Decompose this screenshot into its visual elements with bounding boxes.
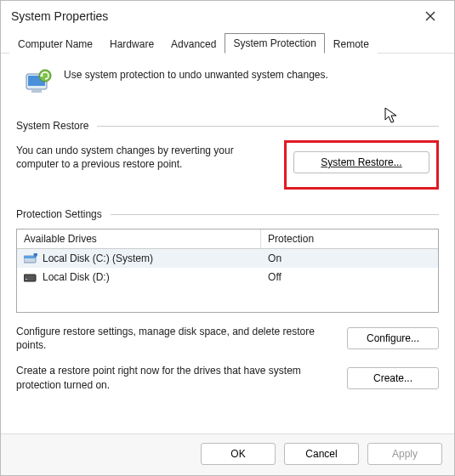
configure-description: Configure restore settings, manage disk … (16, 325, 333, 352)
tab-hardware[interactable]: Hardware (101, 34, 162, 54)
configure-row: Configure restore settings, manage disk … (16, 325, 439, 352)
protection-settings-heading: Protection Settings (16, 208, 439, 220)
system-restore-heading: System Restore (16, 120, 439, 132)
svg-rect-4 (31, 90, 42, 93)
button-label: System Restore... (321, 156, 401, 168)
system-protection-icon (23, 67, 54, 98)
configure-button[interactable]: Configure... (347, 327, 439, 349)
drive-shield-icon (24, 253, 37, 264)
ok-button[interactable]: OK (201, 443, 276, 465)
system-restore-row: You can undo system changes by reverting… (16, 140, 439, 190)
highlight-annotation: System Restore... (284, 140, 439, 190)
svg-rect-9 (24, 275, 36, 281)
create-row: Create a restore point right now for the… (16, 364, 439, 391)
tab-strip: Computer Name Hardware Advanced System P… (1, 31, 454, 54)
drive-protection: On (261, 251, 438, 266)
apply-button[interactable]: Apply (367, 443, 442, 465)
drive-protection: Off (261, 269, 438, 285)
tab-system-protection[interactable]: System Protection (225, 33, 324, 54)
svg-rect-8 (24, 256, 36, 258)
drives-table: Available Drives Protection Local Disk (… (16, 229, 439, 313)
titlebar: System Properties (1, 1, 454, 31)
col-header-drives[interactable]: Available Drives (17, 230, 261, 248)
intro-text: Use system protection to undo unwanted s… (64, 67, 328, 81)
divider (111, 214, 439, 215)
tab-advanced[interactable]: Advanced (162, 34, 225, 54)
system-properties-window: System Properties Computer Name Hardware… (0, 0, 455, 476)
section-label: Protection Settings (16, 208, 102, 220)
intro-row: Use system protection to undo unwanted s… (16, 62, 439, 113)
system-restore-button[interactable]: System Restore... (293, 151, 429, 173)
dialog-footer: OK Cancel Apply (1, 434, 454, 475)
table-empty-space (17, 286, 438, 312)
drive-row[interactable]: Local Disk (D:) Off (17, 268, 438, 286)
drives-header: Available Drives Protection (17, 230, 438, 249)
tab-content: Use system protection to undo unwanted s… (1, 54, 454, 434)
close-icon (425, 11, 435, 21)
drive-name: Local Disk (C:) (System) (43, 252, 153, 264)
create-button[interactable]: Create... (347, 367, 439, 389)
drives-body: Local Disk (C:) (System) On Local Disk (… (17, 249, 438, 312)
window-title: System Properties (11, 9, 108, 23)
create-description: Create a restore point right now for the… (16, 364, 333, 391)
tab-computer-name[interactable]: Computer Name (9, 34, 101, 54)
svg-rect-10 (26, 279, 27, 280)
drive-icon (24, 272, 37, 282)
drive-name: Local Disk (D:) (43, 271, 110, 283)
divider (97, 126, 439, 127)
section-label: System Restore (16, 120, 88, 132)
col-header-protection[interactable]: Protection (261, 230, 438, 248)
tab-remote[interactable]: Remote (325, 34, 378, 54)
close-button[interactable] (415, 4, 446, 28)
cancel-button[interactable]: Cancel (284, 443, 359, 465)
system-restore-description: You can undo system changes by reverting… (16, 140, 269, 171)
drive-row[interactable]: Local Disk (C:) (System) On (17, 249, 438, 268)
